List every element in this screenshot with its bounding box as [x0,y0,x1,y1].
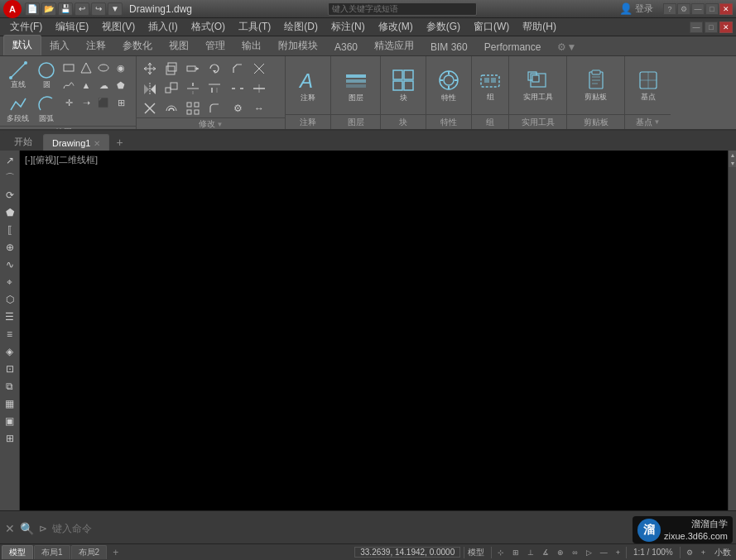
redo-button[interactable]: ↪ [91,2,106,16]
dyn-icon[interactable]: ▷ [584,548,594,558]
menu-file[interactable]: 文件(F) [3,18,49,36]
rect-tool[interactable] [60,60,77,76]
tab-view[interactable]: 视图 [161,36,197,55]
lengthen-tool[interactable]: ↔ [249,99,269,117]
properties-tool[interactable]: 特性 [433,65,464,107]
close-button[interactable]: ✕ [719,3,733,15]
left-tool-list[interactable]: ≡ [2,326,18,342]
left-tool-bracket[interactable]: ⟦ [2,222,18,238]
save-button[interactable]: 💾 [58,2,73,16]
undo-button[interactable]: ↩ [75,2,89,16]
main-canvas[interactable]: [-][俯视][二维线框] [20,151,728,510]
layout1-tab[interactable]: 布局1 [34,545,70,559]
hatch-tool[interactable] [78,60,94,76]
wipeout-tool[interactable]: ▲ [78,77,94,93]
tab-manage[interactable]: 管理 [197,36,233,55]
ortho-icon[interactable]: ⊥ [525,548,536,558]
copy-tool[interactable] [161,60,181,78]
menu-edit[interactable]: 编辑(E) [49,18,95,36]
point-tool[interactable]: ◉ [113,60,129,76]
ribbon-gear-icon[interactable]: ⚙▼ [552,39,581,55]
view-tool[interactable]: 基点 [633,65,663,106]
chamfer-tool[interactable] [228,60,248,78]
scroll-up-arrow[interactable]: ▲ [729,151,736,159]
left-tool-square[interactable]: ▣ [2,413,18,429]
ellipse-tool[interactable] [95,60,112,76]
tab-output[interactable]: 输出 [233,36,270,55]
settings-icon[interactable]: ⚙ [677,3,690,15]
polyline-tool[interactable]: 多段线 [3,93,32,126]
autocad-logo[interactable]: A [3,0,22,18]
left-tool-undo[interactable]: ⟳ [2,187,18,203]
tab-performance[interactable]: Performance [476,39,550,55]
snap2-icon[interactable]: ⊕ [555,548,566,558]
open-button[interactable]: 📂 [41,2,56,16]
right-scrollbar[interactable]: ▲ ▼ [728,151,736,510]
tab-default[interactable]: 默认 [3,35,41,55]
arc-tool[interactable]: 圆弧 [34,93,59,126]
clipboard-group-label[interactable]: 剪贴板 [567,114,624,129]
add-tab-button[interactable]: + [109,132,129,152]
left-tool-block[interactable]: ⊞ [2,430,18,447]
grid-icon[interactable]: ⊞ [510,548,522,558]
region-tool[interactable]: ⬟ [113,77,129,93]
scale-tool[interactable] [161,79,181,98]
login-button[interactable]: 👤 登录 [613,2,660,15]
break-tool[interactable] [228,79,248,98]
delete-tool[interactable] [140,99,160,117]
isolate-icon[interactable]: + [699,548,708,558]
maximize-button[interactable]: □ [705,3,719,15]
menu-params[interactable]: 参数(G) [420,18,467,36]
left-tool-hex[interactable]: ⬡ [2,291,18,308]
tab-featured[interactable]: 精选应用 [366,36,422,55]
fillet-tool[interactable] [204,99,224,117]
customize-button[interactable]: ▼ [108,2,123,16]
cmd-close-icon[interactable]: ✕ [5,522,15,535]
left-tool-menu[interactable]: ☰ [2,309,18,325]
pedit-tool[interactable]: ⚙ [228,99,248,117]
annotation-group-label[interactable]: 注释 [286,114,330,129]
lw-icon[interactable]: — [598,548,610,558]
rotate-tool[interactable] [204,60,224,78]
line-tool[interactable]: 直线 [4,60,32,92]
window-close-btn[interactable]: ✕ [719,22,733,33]
utilities-group-label[interactable]: 实用工具 [509,114,566,129]
scroll-down-arrow[interactable]: ▼ [729,159,736,167]
tab-a360[interactable]: A360 [326,39,366,55]
settings-status-icon[interactable]: ⚙ [684,548,695,558]
modify-group-label[interactable]: 修改 ▼ [137,117,285,130]
menu-help[interactable]: 帮助(H) [516,18,563,36]
join-tool[interactable] [249,79,269,98]
tab-drawing1[interactable]: Drawing1 ✕ [43,134,109,152]
left-tool-diamond[interactable]: ◈ [2,343,18,360]
xline-tool[interactable]: ✛ [60,94,77,111]
tab-bim360[interactable]: BIM 360 [422,39,476,55]
spline-tool[interactable] [60,77,77,93]
view-group-label[interactable]: 基点 ▼ [625,114,671,129]
command-input[interactable] [52,523,731,534]
menu-window[interactable]: 窗口(W) [467,18,516,36]
block-tool[interactable]: 块 [387,65,419,107]
left-tool-select[interactable]: ↗ [2,152,18,169]
window-minimize-btn[interactable]: — [690,22,703,33]
polar-icon[interactable]: ∡ [540,548,551,558]
clipboard-tool[interactable]: 剪贴板 [581,65,611,106]
menu-view[interactable]: 视图(V) [95,18,142,36]
search-input[interactable] [328,2,477,16]
offset-tool[interactable] [161,99,181,117]
stretch-tool[interactable] [183,60,203,78]
tab-home[interactable]: 开始 [3,132,43,152]
left-tool-copy[interactable]: ⧉ [2,378,18,395]
layers-group-label[interactable]: 图层 [331,114,380,129]
left-tool-crosshair[interactable]: ⌖ [2,274,18,290]
help-icon[interactable]: ? [663,3,676,15]
gradient-tool[interactable]: ⬛ [95,94,112,111]
menu-modify[interactable]: 修改(M) [372,18,420,36]
menu-draw[interactable]: 绘图(D) [277,18,325,36]
3dline-tool[interactable]: ⊞ [113,94,129,111]
left-tool-table[interactable]: ▦ [2,395,18,412]
add-layout-button[interactable]: + [108,547,123,558]
menu-insert[interactable]: 插入(I) [142,18,184,36]
extend-tool[interactable] [204,79,224,98]
otrack-icon[interactable]: ∞ [570,548,580,558]
